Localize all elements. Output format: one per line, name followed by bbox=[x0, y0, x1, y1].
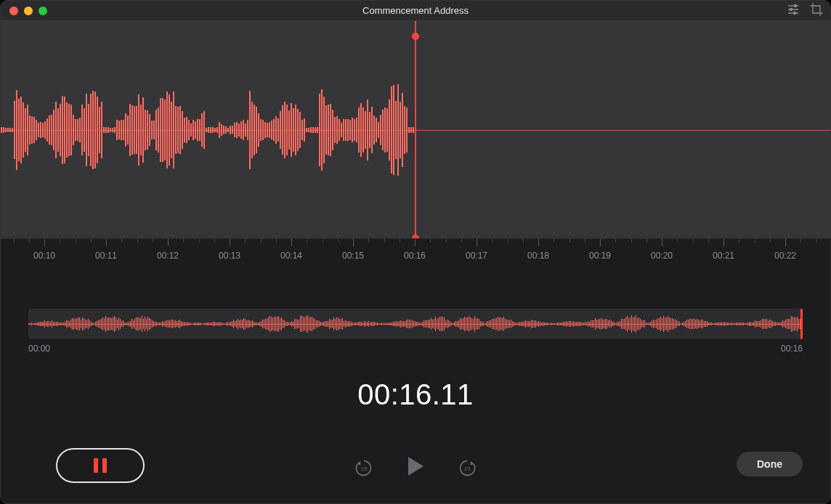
pause-icon bbox=[102, 458, 107, 473]
overview-start-time: 00:00 bbox=[28, 344, 50, 354]
ruler-ticks: 00:1000:1100:1200:1300:1400:1500:1600:17… bbox=[1, 239, 830, 248]
pause-icon bbox=[94, 458, 98, 473]
svg-point-4 bbox=[790, 8, 792, 10]
titlebar: Commencement Address bbox=[1, 1, 830, 21]
overview-end-time: 00:16 bbox=[781, 344, 803, 354]
skip-forward-seconds-label: 15 bbox=[458, 466, 477, 472]
zoom-window-button[interactable] bbox=[38, 7, 47, 15]
ruler-label: 00:22 bbox=[774, 251, 796, 261]
skip-back-15-button[interactable]: 15 bbox=[354, 458, 373, 477]
ruler-label: 00:13 bbox=[219, 251, 240, 261]
close-window-button[interactable] bbox=[9, 7, 18, 15]
minimize-window-button[interactable] bbox=[24, 7, 33, 15]
ruler-label: 00:11 bbox=[95, 251, 117, 261]
ruler-label: 00:18 bbox=[527, 251, 549, 261]
ruler-label: 00:10 bbox=[33, 251, 55, 261]
ruler-label: 00:14 bbox=[280, 251, 302, 261]
playhead[interactable] bbox=[415, 21, 416, 238]
overview-canvas bbox=[28, 309, 803, 339]
transport-controls: 15 15 Done bbox=[1, 445, 830, 487]
pause-button[interactable] bbox=[56, 448, 145, 483]
titlebar-toolbar bbox=[787, 3, 823, 19]
skip-forward-15-button[interactable]: 15 bbox=[458, 458, 477, 477]
ruler-label: 00:17 bbox=[466, 251, 487, 261]
ruler-label: 00:19 bbox=[589, 251, 611, 261]
svg-point-3 bbox=[794, 4, 796, 7]
time-ruler[interactable]: 00:1000:1100:1200:1300:1400:1500:1600:17… bbox=[1, 239, 830, 280]
enhance-icon[interactable] bbox=[787, 3, 800, 19]
ruler-label: 00:12 bbox=[157, 251, 179, 261]
play-button[interactable] bbox=[406, 455, 425, 480]
app-window: Commencement Address 00:1000:1100:1200:1… bbox=[0, 0, 831, 504]
waveform-zoom-view[interactable] bbox=[1, 21, 830, 239]
svg-point-5 bbox=[793, 12, 795, 14]
overview-playhead[interactable] bbox=[800, 309, 803, 339]
window-title: Commencement Address bbox=[1, 5, 830, 16]
waveform-overview[interactable]: 00:00 00:16 bbox=[28, 309, 803, 354]
current-timecode: 00:16.11 bbox=[1, 378, 830, 411]
ruler-label: 00:21 bbox=[713, 251, 734, 261]
skip-back-seconds-label: 15 bbox=[354, 466, 373, 472]
ruler-label: 00:16 bbox=[404, 251, 426, 261]
done-button[interactable]: Done bbox=[737, 452, 803, 476]
traffic-lights bbox=[9, 7, 47, 15]
ruler-label: 00:20 bbox=[651, 251, 673, 261]
ruler-label: 00:15 bbox=[342, 251, 364, 261]
trim-icon[interactable] bbox=[810, 3, 823, 19]
